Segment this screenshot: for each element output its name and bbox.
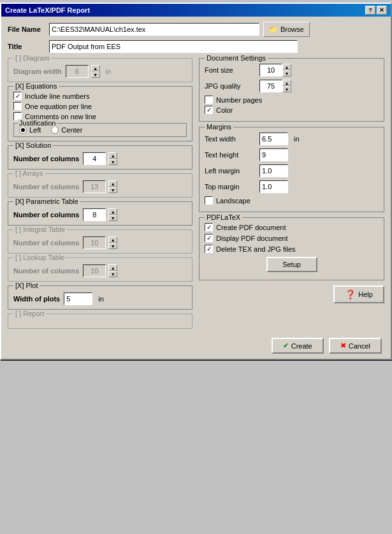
left-margin-input[interactable] xyxy=(259,164,288,177)
diagram-width-row: Diagram width ▲ ▼ in xyxy=(13,65,187,78)
dialog-content: File Name C:\EES32\MANUAL\ch1ex.tex 📁 Br… xyxy=(1,17,391,359)
solution-num-col-label: Number of columns xyxy=(13,155,79,162)
setup-button[interactable]: Setup xyxy=(266,257,317,272)
help-row: ❓ Help xyxy=(199,285,384,303)
left-radio-label: Left xyxy=(29,126,41,134)
color-label: Color xyxy=(216,106,233,114)
solution-arrows[interactable]: ▲ ▼ xyxy=(108,152,117,165)
display-pdf-label: Display PDF document xyxy=(216,235,288,242)
plot-width-input[interactable] xyxy=(64,292,92,305)
plot-group-label: [X] Plot xyxy=(13,282,40,289)
integral-table-group: [ ] Integral Table Number of columns ▲ ▼ xyxy=(8,229,192,254)
solution-num-col-input[interactable] xyxy=(83,152,106,165)
jpg-quality-up[interactable]: ▲ xyxy=(282,80,291,86)
text-width-row: Text width in xyxy=(205,133,379,145)
file-name-row: File Name C:\EES32\MANUAL\ch1ex.tex 📁 Br… xyxy=(8,22,384,37)
integral-up-arrow: ▲ xyxy=(108,236,117,243)
jpg-quality-arrows[interactable]: ▲ ▼ xyxy=(282,80,291,92)
jpg-quality-down[interactable]: ▼ xyxy=(282,86,291,92)
text-height-label: Text height xyxy=(205,151,256,159)
text-height-row: Text height xyxy=(205,148,379,161)
help-button[interactable]: ❓ Help xyxy=(333,285,384,303)
lookup-table-group-label: [ ] Lookup Table xyxy=(13,254,66,261)
create-button[interactable]: ✔ Create xyxy=(272,338,324,354)
lookup-num-col-input xyxy=(83,264,106,277)
diagram-in-label: in xyxy=(106,68,112,75)
integral-num-col-row: Number of columns ▲ ▼ xyxy=(13,236,187,249)
parametric-arrows[interactable]: ▲ ▼ xyxy=(108,208,117,221)
include-line-numbers-label: Include line numbers xyxy=(25,92,90,100)
font-size-arrows[interactable]: ▲ ▼ xyxy=(282,64,291,76)
text-width-label: Text width xyxy=(205,135,256,143)
number-pages-row: Number pages xyxy=(205,96,379,104)
jpg-quality-row: JPG quality ▲ ▼ xyxy=(205,80,379,92)
include-line-numbers-row: Include line numbers xyxy=(13,92,187,100)
parametric-num-col-input[interactable] xyxy=(83,208,106,221)
help-title-button[interactable]: ? xyxy=(365,6,375,15)
one-equation-label: One equation per line xyxy=(25,103,92,110)
center-radio-row: Center xyxy=(51,126,82,134)
color-checkbox[interactable] xyxy=(205,106,213,114)
browse-icon: 📁 xyxy=(269,25,278,34)
diagram-width-label: Diagram width xyxy=(13,68,62,75)
text-height-input[interactable] xyxy=(259,148,288,161)
solution-up-arrow[interactable]: ▲ xyxy=(108,152,117,159)
diagram-width-up: ▲ xyxy=(91,65,100,71)
solution-group: [X] Solution Number of columns ▲ ▼ xyxy=(8,145,192,170)
display-pdf-checkbox[interactable] xyxy=(205,234,213,242)
include-line-numbers-checkbox[interactable] xyxy=(13,92,22,100)
integral-down-arrow: ▼ xyxy=(108,243,117,249)
arrays-group: [ ] Arrays Number of columns ▲ ▼ xyxy=(8,173,192,198)
arrays-up-arrow: ▲ xyxy=(108,180,117,187)
delete-tex-checkbox[interactable] xyxy=(205,245,213,253)
diagram-group-label: [ ] Diagram xyxy=(13,54,52,62)
top-margin-input[interactable] xyxy=(259,180,288,193)
center-radio[interactable] xyxy=(51,126,59,134)
one-equation-checkbox[interactable] xyxy=(13,102,22,110)
number-pages-label: Number pages xyxy=(216,96,262,104)
help-icon: ❓ xyxy=(345,289,356,299)
arrays-down-arrow: ▼ xyxy=(108,187,117,193)
font-size-down[interactable]: ▼ xyxy=(282,70,291,76)
parametric-spinner: ▲ ▼ xyxy=(83,208,117,221)
justification-box: Justification Left Center xyxy=(13,123,187,137)
solution-spinner: ▲ ▼ xyxy=(83,152,117,165)
font-size-up[interactable]: ▲ xyxy=(282,64,291,70)
parametric-down-arrow[interactable]: ▼ xyxy=(108,215,117,221)
equations-group-label: [X] Equations xyxy=(13,82,59,90)
left-radio[interactable] xyxy=(19,126,27,134)
font-size-input[interactable] xyxy=(259,64,282,76)
create-pdf-checkbox[interactable] xyxy=(205,223,213,231)
arrays-spinner: ▲ ▼ xyxy=(83,180,117,193)
font-size-label: Font size xyxy=(205,66,256,74)
cancel-button[interactable]: ✖ Cancel xyxy=(329,338,382,354)
integral-num-col-label: Number of columns xyxy=(13,239,79,247)
jpg-quality-label: JPG quality xyxy=(205,82,256,90)
landscape-label: Landscape xyxy=(216,197,250,205)
jpg-quality-input[interactable] xyxy=(259,80,282,92)
title-input[interactable]: PDF Output from EES xyxy=(49,40,298,53)
file-name-label: File Name xyxy=(8,25,49,33)
text-width-input[interactable] xyxy=(259,133,288,145)
jpg-quality-spinner: ▲ ▼ xyxy=(259,80,291,92)
close-title-button[interactable]: ✕ xyxy=(377,6,387,15)
number-pages-checkbox[interactable] xyxy=(205,96,213,104)
lookup-num-col-label: Number of columns xyxy=(13,267,79,275)
integral-num-col-input xyxy=(83,236,106,249)
plot-width-label: Width of plots xyxy=(13,295,60,303)
parametric-up-arrow[interactable]: ▲ xyxy=(108,208,117,215)
browse-button[interactable]: 📁 Browse xyxy=(263,22,310,37)
file-name-input[interactable]: C:\EES32\MANUAL\ch1ex.tex xyxy=(49,23,259,36)
landscape-checkbox[interactable] xyxy=(205,196,213,205)
document-settings-box: Document Settings Font size ▲ ▼ JPG qu xyxy=(199,58,384,122)
solution-num-col-row: Number of columns ▲ ▼ xyxy=(13,152,187,165)
arrays-group-label: [ ] Arrays xyxy=(13,170,45,177)
margins-box: Margins Text width in Text height Left m… xyxy=(199,127,384,212)
lookup-up-arrow: ▲ xyxy=(108,264,117,271)
arrays-arrows: ▲ ▼ xyxy=(108,180,117,193)
solution-down-arrow[interactable]: ▼ xyxy=(108,159,117,165)
landscape-row: Landscape xyxy=(205,196,379,205)
left-radio-row: Left xyxy=(19,126,41,134)
center-radio-label: Center xyxy=(61,126,82,134)
report-group-label: [ ] Report xyxy=(13,310,46,317)
